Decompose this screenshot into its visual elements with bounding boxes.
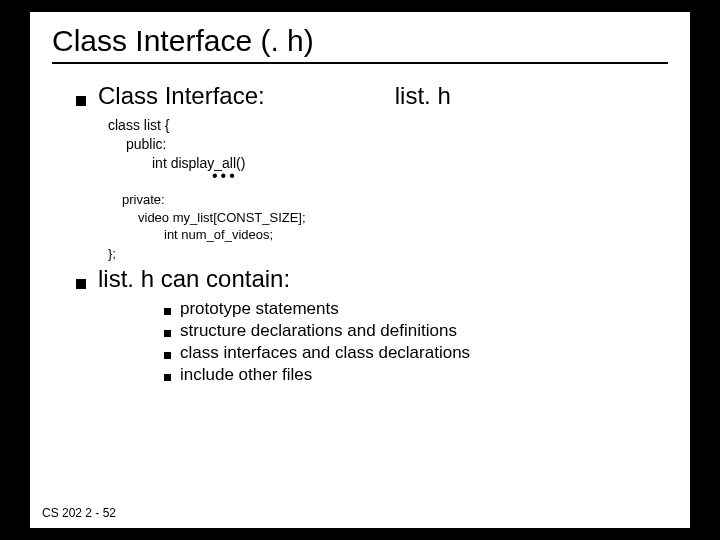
code-block-private: private: video my_list[CONST_SIZE]; int … — [122, 191, 668, 244]
section-2-header: list. h can contain: — [76, 265, 668, 293]
list-item: structure declarations and definitions — [164, 321, 668, 341]
list-item-label: class interfaces and class declarations — [180, 343, 470, 363]
list-item-label: prototype statements — [180, 299, 339, 319]
code-line: int num_of_videos; — [164, 226, 668, 244]
list-item-label: include other files — [180, 365, 312, 385]
code-line: video my_list[CONST_SIZE]; — [138, 209, 668, 227]
slide-footer: CS 202 2 - 52 — [42, 506, 116, 520]
square-bullet-icon — [76, 96, 86, 106]
code-line: private: — [122, 191, 668, 209]
list-item: include other files — [164, 365, 668, 385]
section-1-header: Class Interface: list. h — [76, 82, 668, 110]
code-line: public: — [126, 135, 668, 154]
list-item-label: structure declarations and definitions — [180, 321, 457, 341]
section-2-list: prototype statements structure declarati… — [164, 299, 668, 385]
square-bullet-icon — [76, 279, 86, 289]
slide: Class Interface (. h) Class Interface: l… — [30, 12, 690, 528]
list-item: prototype statements — [164, 299, 668, 319]
section-1-heading: Class Interface: — [98, 82, 265, 110]
code-block-public: class list { public: int display_all() — [108, 116, 668, 173]
section-2-heading: list. h can contain: — [98, 265, 290, 293]
slide-title: Class Interface (. h) — [52, 24, 668, 64]
square-bullet-icon — [164, 308, 171, 315]
code-line: class list { — [108, 116, 668, 135]
filename-label: list. h — [395, 82, 451, 110]
ellipsis-icon: ••• — [212, 169, 668, 183]
square-bullet-icon — [164, 330, 171, 337]
square-bullet-icon — [164, 352, 171, 359]
list-item: class interfaces and class declarations — [164, 343, 668, 363]
square-bullet-icon — [164, 374, 171, 381]
code-closing-brace: }; — [108, 246, 668, 261]
